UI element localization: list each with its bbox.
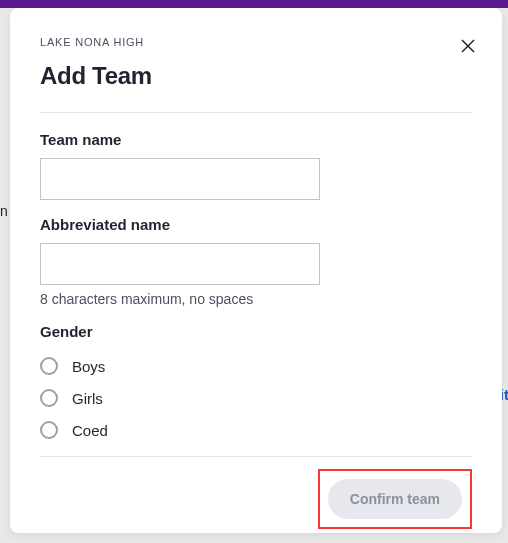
- close-button[interactable]: [456, 34, 480, 58]
- team-name-input[interactable]: [40, 158, 320, 200]
- gender-option-boys[interactable]: Boys: [40, 350, 472, 382]
- radio-icon: [40, 357, 58, 375]
- gender-label: Gender: [40, 323, 472, 340]
- abbreviated-name-label: Abbreviated name: [40, 216, 472, 233]
- gender-option-label: Girls: [72, 390, 103, 407]
- highlight-annotation: Confirm team: [318, 469, 472, 529]
- add-team-modal: LAKE NONA HIGH Add Team Team name Abbrev…: [10, 8, 502, 533]
- gender-option-label: Coed: [72, 422, 108, 439]
- abbreviated-name-field-group: Abbreviated name 8 characters maximum, n…: [40, 216, 472, 307]
- background-text-fragment-left: n: [0, 203, 8, 219]
- modal-footer: Confirm team: [40, 457, 472, 529]
- radio-icon: [40, 389, 58, 407]
- top-accent-bar: [0, 0, 508, 8]
- modal-subtitle: LAKE NONA HIGH: [40, 36, 472, 48]
- gender-field-group: Gender Boys Girls Coed: [40, 323, 472, 446]
- header-divider: [40, 112, 472, 113]
- close-icon: [459, 37, 477, 55]
- gender-option-girls[interactable]: Girls: [40, 382, 472, 414]
- modal-title: Add Team: [40, 62, 472, 90]
- gender-option-label: Boys: [72, 358, 105, 375]
- radio-icon: [40, 421, 58, 439]
- confirm-team-button[interactable]: Confirm team: [328, 479, 462, 519]
- gender-option-coed[interactable]: Coed: [40, 414, 472, 446]
- team-name-field-group: Team name: [40, 131, 472, 200]
- abbreviated-name-hint: 8 characters maximum, no spaces: [40, 291, 472, 307]
- team-name-label: Team name: [40, 131, 472, 148]
- abbreviated-name-input[interactable]: [40, 243, 320, 285]
